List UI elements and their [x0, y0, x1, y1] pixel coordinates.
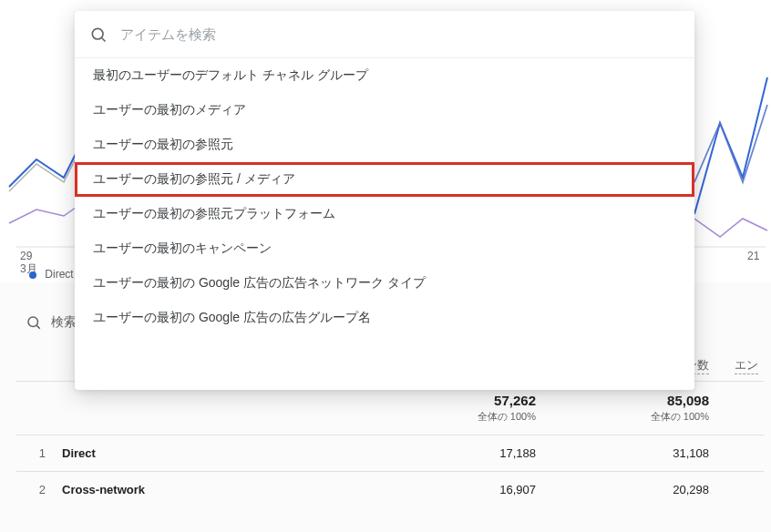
dropdown-option[interactable]: 最初のユーザーのデフォルト チャネル グループ — [75, 58, 694, 93]
dropdown-option[interactable]: ユーザーの最初のキャンペーン — [75, 231, 694, 266]
svg-line-4 — [102, 37, 106, 41]
dropdown-option[interactable]: ユーザーの最初のメディア — [75, 93, 694, 128]
row-value-1: 17,188 — [381, 446, 554, 460]
row-index: 2 — [16, 483, 62, 496]
svg-point-1 — [28, 317, 38, 327]
legend-dot-icon — [29, 271, 36, 279]
dropdown-option[interactable]: ユーザーの最初の参照元 / メディア — [75, 162, 694, 197]
svg-point-3 — [92, 28, 103, 39]
chart-legend: Direct — [29, 268, 74, 281]
row-dimension: Direct — [62, 446, 381, 460]
table-row[interactable]: 2Cross-network16,90720,298 — [16, 471, 764, 507]
dimension-dropdown[interactable]: 最初のユーザーのデフォルト チャネル グループユーザーの最初のメディアユーザーの… — [75, 11, 694, 390]
search-label: 検索 — [51, 314, 77, 331]
dropdown-search[interactable] — [75, 11, 694, 58]
search-icon — [89, 26, 108, 44]
row-value-1: 16,907 — [381, 483, 554, 496]
legend-label: Direct — [45, 268, 73, 281]
totals-col-1: 57,262 全体の 100% — [381, 393, 554, 424]
x-tick-right-top: 21 — [747, 250, 760, 262]
table-search-row[interactable]: 検索 — [26, 314, 77, 331]
table-row[interactable]: 1Direct17,18831,108 — [16, 435, 764, 471]
search-icon — [26, 314, 42, 331]
dropdown-search-input[interactable] — [120, 26, 680, 42]
dropdown-option[interactable]: ユーザーの最初の参照元 — [75, 128, 694, 162]
dropdown-option[interactable]: ユーザーの最初の Google 広告の広告ネットワーク タイプ — [75, 266, 694, 301]
dropdown-option[interactable]: ユーザーの最初の Google 広告の広告グループ名 — [75, 301, 694, 335]
row-value-2: 20,298 — [554, 483, 727, 496]
svg-line-2 — [36, 325, 39, 328]
x-tick-left-top: 29 — [20, 250, 33, 262]
row-value-2: 31,108 — [554, 446, 727, 460]
dropdown-option[interactable]: ユーザーの最初の参照元プラットフォーム — [75, 197, 694, 231]
row-dimension: Cross-network — [62, 483, 381, 496]
row-index: 1 — [16, 446, 62, 460]
header-col-3[interactable]: エン — [727, 357, 764, 381]
totals-col-2: 85,098 全体の 100% — [554, 393, 727, 424]
